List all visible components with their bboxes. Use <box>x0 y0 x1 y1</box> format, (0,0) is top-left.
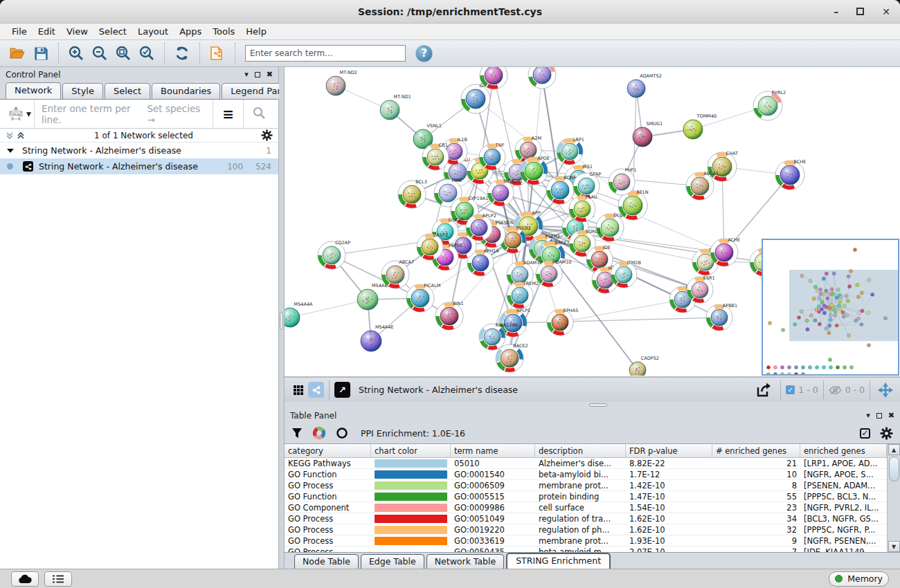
gear-icon[interactable] <box>880 427 893 440</box>
close-button[interactable]: ✕ <box>882 7 890 17</box>
network-node[interactable]: BIN1 <box>435 301 464 331</box>
panel-menu-icon[interactable]: ▾ <box>244 71 249 78</box>
panel-splitter[interactable] <box>279 67 285 569</box>
detach-view-icon[interactable]: ↗ <box>334 382 350 398</box>
collapse-expand-icons[interactable] <box>6 131 26 140</box>
save-session-button[interactable] <box>29 42 53 64</box>
navigator-icon[interactable] <box>875 379 896 401</box>
network-node[interactable]: ABCA1 <box>686 171 719 201</box>
tab-network-table[interactable]: Network Table <box>426 554 505 569</box>
table-row[interactable]: GO FunctionGO:0005515protein binding1.47… <box>285 491 887 502</box>
query-options-menu-icon[interactable]: ≡ <box>213 106 243 122</box>
table-row[interactable]: GO ProcessGO:0033619membrane prot...1.93… <box>285 535 887 546</box>
tab-string-enrichment[interactable]: STRING Enrichment <box>506 553 611 569</box>
network-node[interactable]: BDNF <box>546 175 577 205</box>
column-header-FDR-p-value[interactable]: FDR p-value <box>626 444 712 457</box>
tab-node-table[interactable]: Node Table <box>294 554 359 569</box>
menu-file[interactable]: File <box>7 25 32 38</box>
zoom-in-icon[interactable] <box>64 42 88 64</box>
network-node[interactable]: CD2AP <box>318 240 350 270</box>
column-header-chart-color[interactable]: chart color <box>371 444 451 457</box>
panel-float-icon[interactable] <box>255 72 260 77</box>
network-node[interactable]: MT-ND1 <box>380 94 411 120</box>
table-row[interactable]: KEGG Pathways05010Alzheimer's dise...8.8… <box>285 458 887 469</box>
network-node[interactable]: SNCA <box>480 67 510 89</box>
scroll-up-button[interactable]: ▲ <box>888 444 900 455</box>
panel-menu-icon[interactable]: ▾ <box>866 412 870 419</box>
filter-icon[interactable] <box>291 428 303 439</box>
tab-edge-table[interactable]: Edge Table <box>361 554 424 569</box>
table-row[interactable]: GO ProcessGO:0051049regulation of tra...… <box>285 513 887 524</box>
splitter-grip[interactable] <box>280 312 283 330</box>
select-columns-icon[interactable]: ✓ <box>860 428 870 439</box>
column-header-term-name[interactable]: term name <box>451 444 535 457</box>
string-query-input[interactable]: Enter one term per line. Set species → <box>34 100 213 128</box>
network-node[interactable]: ADAMTS2 <box>627 73 662 98</box>
string-view-icon[interactable] <box>308 382 324 398</box>
network-node[interactable]: SMUG1 <box>633 121 663 147</box>
network-node[interactable]: DLG4 <box>596 212 626 242</box>
table-row[interactable]: GO ProcessGO:0050435beta-amyloid m...2.0… <box>285 546 887 552</box>
grid-mode-icon[interactable] <box>289 379 308 401</box>
splitter-grip[interactable] <box>589 403 607 407</box>
network-node[interactable]: MS4A4E <box>361 324 394 352</box>
network-node[interactable]: NGFR <box>528 67 559 89</box>
network-node[interactable]: PVRL2 <box>753 90 786 121</box>
network-node[interactable]: ITM2B <box>611 260 641 288</box>
search-input[interactable] <box>245 45 406 62</box>
menu-apps[interactable]: Apps <box>174 25 206 38</box>
tab-style[interactable]: Style <box>62 83 103 99</box>
menu-select[interactable]: Select <box>94 25 132 38</box>
network-canvas[interactable]: MT-ND2MT-ND1VSNL1GAB2SNCANGFRADAMTS2PVRL… <box>285 67 900 377</box>
scrollbar-thumb[interactable] <box>889 457 899 481</box>
network-node[interactable]: ESR1 <box>687 275 715 304</box>
table-row[interactable]: GO FunctionGO:0001540beta-amyloid bi...1… <box>285 469 887 480</box>
open-session-button[interactable] <box>6 42 29 64</box>
table-row[interactable]: GO ProcessGO:0019220regulation of ph...1… <box>285 524 887 535</box>
query-search-icon[interactable] <box>244 106 274 122</box>
gear-icon[interactable] <box>261 129 273 141</box>
help-button[interactable]: ? <box>415 45 433 62</box>
zoom-out-icon[interactable] <box>88 42 111 64</box>
refresh-icon[interactable] <box>170 42 194 64</box>
tab-select[interactable]: Select <box>105 83 150 99</box>
cloud-tasks-button[interactable] <box>11 571 39 587</box>
table-scrollbar[interactable]: ▲ ▼ <box>887 444 900 552</box>
network-node[interactable]: NOTCH1 <box>487 178 523 207</box>
network-from-file-icon[interactable] <box>206 42 229 64</box>
set-species-label[interactable]: Set species → <box>147 103 213 125</box>
network-node[interactable]: MT-ND2 <box>326 70 357 96</box>
tab-boundaries[interactable]: Boundaries <box>152 83 220 99</box>
panel-close-icon[interactable]: ✖ <box>267 71 273 78</box>
network-node[interactable]: TOMM40 <box>683 113 717 140</box>
menu-tools[interactable]: Tools <box>208 25 240 38</box>
horizontal-splitter[interactable] <box>285 402 900 408</box>
maximize-button[interactable] <box>856 8 864 15</box>
selected-count-badge[interactable]: ✓ 1 - 0 <box>786 385 818 395</box>
menu-edit[interactable]: Edit <box>33 25 60 38</box>
column-header--enriched-genes[interactable]: # enriched genes <box>712 444 800 457</box>
title-bar[interactable]: Session: /tmp/enrichmentTest.cys – ✕ <box>0 0 900 24</box>
minimize-button[interactable]: – <box>834 7 838 17</box>
column-header-category[interactable]: category <box>285 444 371 457</box>
string-protein-query-dropdown[interactable]: STRING ▼ <box>4 105 34 123</box>
network-node[interactable]: CADPS2 <box>629 356 659 376</box>
scroll-down-button[interactable]: ▼ <box>888 541 900 552</box>
tab-network[interactable]: Network <box>6 82 61 99</box>
menu-layout[interactable]: Layout <box>133 25 173 38</box>
collection-collapse-icon[interactable] <box>7 149 14 153</box>
network-node[interactable]: BCL3 <box>398 179 427 209</box>
panel-float-icon[interactable] <box>876 413 882 419</box>
network-node[interactable]: MS4A4A <box>285 302 313 328</box>
network-node[interactable]: APBB1 <box>706 303 737 331</box>
network-node[interactable]: BCHE <box>775 159 806 190</box>
memory-button[interactable]: Memory <box>829 571 889 587</box>
network-node[interactable]: MS4A6A <box>357 283 390 311</box>
panel-close-icon[interactable]: ✖ <box>888 412 894 419</box>
column-header-description[interactable]: description <box>535 444 626 457</box>
network-node[interactable]: ABCA7 <box>381 259 414 289</box>
birds-eye-view[interactable] <box>762 239 899 376</box>
column-header-enriched-genes[interactable]: enriched genes <box>800 444 887 457</box>
hidden-count-badge[interactable]: 0 - 0 <box>829 385 865 395</box>
zoom-selected-icon[interactable] <box>135 42 159 64</box>
